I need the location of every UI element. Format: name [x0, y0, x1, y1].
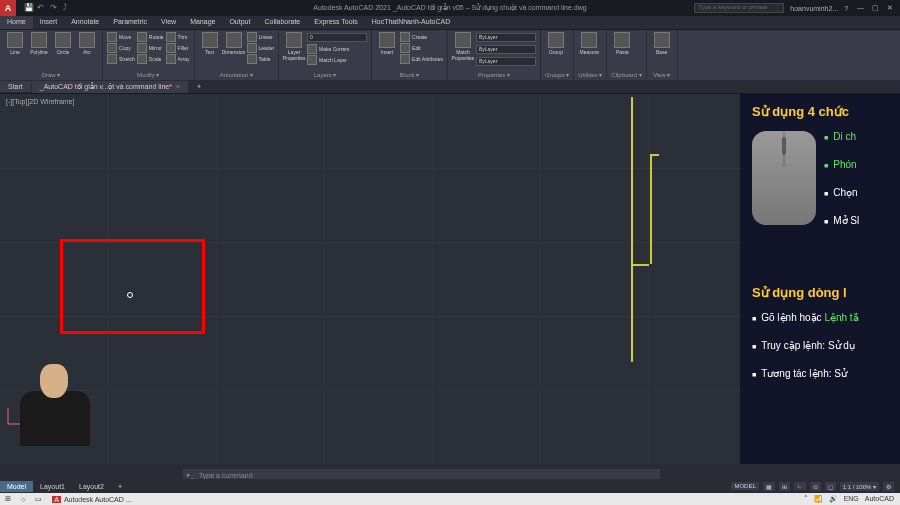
tab-custom[interactable]: HocThatNhanh-AutoCAD	[365, 16, 458, 29]
layout-tab-1[interactable]: Layout1	[33, 481, 72, 492]
doc-tab-start[interactable]: Start	[0, 81, 31, 92]
panel-label[interactable]: View ▾	[651, 70, 673, 78]
tool-line[interactable]: Line	[4, 32, 26, 55]
qat-undo-icon[interactable]: ↶	[37, 3, 47, 13]
app-logo-icon[interactable]: A	[0, 0, 16, 16]
tool-dimension[interactable]: Dimension	[223, 32, 245, 55]
layout-tab-add[interactable]: +	[111, 481, 129, 492]
tool-fillet[interactable]: Fillet	[166, 43, 189, 53]
tool-match-layer[interactable]: Match Layer	[307, 55, 347, 65]
qat-save-icon[interactable]: 💾	[24, 3, 34, 13]
panel-label[interactable]: Draw ▾	[4, 70, 98, 78]
tab-view[interactable]: View	[154, 16, 183, 29]
linetype-combo[interactable]: ByLayer	[476, 57, 536, 66]
command-input[interactable]: Type a command	[199, 472, 253, 479]
panel-label[interactable]: Layers ▾	[283, 70, 367, 78]
tool-table[interactable]: Table	[247, 54, 271, 64]
tool-arc[interactable]: Arc	[76, 32, 98, 55]
start-button[interactable]: ⊞	[0, 495, 16, 503]
tab-output[interactable]: Output	[222, 16, 257, 29]
tray-lang[interactable]: ENG	[844, 495, 859, 503]
viewport-label[interactable]: [-][Top][2D Wireframe]	[6, 98, 74, 105]
tool-text[interactable]: Text	[199, 32, 221, 55]
slide-bullet: Chọn	[824, 187, 894, 201]
panel-label[interactable]: Clipboard ▾	[611, 70, 641, 78]
drawing-canvas[interactable]: [-][Top][2D Wireframe] Sử dụng 4 chức Di…	[0, 94, 900, 464]
tool-edit-block[interactable]: Edit	[400, 43, 421, 53]
help-icon[interactable]: ?	[844, 5, 848, 12]
doc-tab-current[interactable]: _AutoCAD tối giản v...ột và command line…	[32, 81, 188, 93]
panel-label[interactable]: Properties ▾	[452, 70, 536, 78]
panel-label[interactable]: Utilities ▾	[578, 70, 602, 78]
lineweight-combo[interactable]: ByLayer	[476, 45, 536, 54]
panel-draw: Line Polyline Circle Arc Draw ▾	[0, 30, 103, 80]
tool-polyline[interactable]: Polyline	[28, 32, 50, 55]
tool-scale[interactable]: Scale	[137, 54, 162, 64]
tool-match-props[interactable]: Match Properties	[452, 32, 474, 61]
tab-annotate[interactable]: Annotate	[64, 16, 106, 29]
panel-label[interactable]: Annotation ▾	[199, 70, 275, 78]
tool-create-block[interactable]: Create	[400, 32, 427, 42]
command-prompt-icon: ▸_	[187, 471, 195, 479]
tray-network-icon[interactable]: 📶	[814, 495, 823, 503]
close-tab-icon[interactable]: ×	[176, 83, 180, 90]
tool-base[interactable]: Base	[651, 32, 673, 55]
tab-home[interactable]: Home	[0, 16, 33, 29]
taskbar-app[interactable]: AAutodesk AutoCAD ...	[47, 496, 136, 503]
tab-express[interactable]: Express Tools	[307, 16, 364, 29]
panel-label[interactable]: Groups ▾	[545, 70, 569, 78]
tool-trim[interactable]: Trim	[166, 32, 188, 42]
tool-circle[interactable]: Circle	[52, 32, 74, 55]
tool-group[interactable]: Group	[545, 32, 567, 55]
layer-combo[interactable]: 0	[307, 33, 367, 42]
slide-bullet: Phón	[824, 159, 894, 173]
layout-tab-model[interactable]: Model	[0, 481, 33, 492]
document-tabs: Start _AutoCAD tối giản v...ột và comman…	[0, 80, 900, 94]
cortana-icon[interactable]: ○	[16, 496, 30, 503]
tool-copy[interactable]: Copy	[107, 43, 131, 53]
tool-array[interactable]: Array	[166, 54, 190, 64]
panel-block: Insert Create Edit Edit Attributes Block…	[372, 30, 448, 80]
tool-rotate[interactable]: Rotate	[137, 32, 164, 42]
tool-edit-attrib[interactable]: Edit Attributes	[400, 54, 443, 64]
tab-insert[interactable]: Insert	[33, 16, 65, 29]
panel-label[interactable]: Block ▾	[376, 70, 443, 78]
tool-mirror[interactable]: Mirror	[137, 43, 162, 53]
qat-redo-icon[interactable]: ↷	[50, 3, 60, 13]
color-combo[interactable]: ByLayer	[476, 33, 536, 42]
tool-paste[interactable]: Paste	[611, 32, 633, 55]
tool-leader[interactable]: Leader	[247, 43, 275, 53]
maximize-icon[interactable]: ▢	[869, 4, 882, 11]
new-tab-button[interactable]: +	[189, 81, 209, 92]
panel-utilities: Measure Utilities ▾	[574, 30, 607, 80]
presenter-video	[10, 346, 100, 446]
tray-volume-icon[interactable]: 🔊	[829, 495, 838, 503]
user-menu[interactable]: hoanvuminh2...	[790, 5, 838, 12]
tab-manage[interactable]: Manage	[183, 16, 222, 29]
tray-chevron-icon[interactable]: ˄	[804, 495, 808, 503]
tool-insert-block[interactable]: Insert	[376, 32, 398, 55]
slide-bullet: Di ch	[824, 131, 894, 145]
slide-overlay: Sử dụng 4 chức Di ch Phón Chọn Mở Sl Sử …	[740, 94, 900, 464]
tab-parametric[interactable]: Parametric	[106, 16, 154, 29]
tool-measure[interactable]: Measure	[578, 32, 600, 55]
qat-share-icon[interactable]: ⤴	[63, 3, 73, 13]
slide-heading-1: Sử dụng 4 chức	[752, 104, 900, 119]
mouse-illustration-icon	[752, 131, 816, 225]
tool-make-current[interactable]: Make Current	[307, 44, 349, 54]
tool-move[interactable]: Move	[107, 32, 131, 42]
tool-stretch[interactable]: Stretch	[107, 54, 135, 64]
tool-layer-props[interactable]: Layer Properties	[283, 32, 305, 61]
search-input[interactable]: Type a keyword or phrase	[694, 3, 784, 13]
panel-label[interactable]: Modify ▾	[107, 70, 190, 78]
slide-bullet: Truy cập lệnh: Sử dụ	[752, 340, 900, 354]
drawing-line	[631, 97, 633, 362]
tool-linear[interactable]: Linear	[247, 32, 273, 42]
layout-tab-2[interactable]: Layout2	[72, 481, 111, 492]
tab-collaborate[interactable]: Collaborate	[257, 16, 307, 29]
layout-tabs: Model Layout1 Layout2 +	[0, 479, 900, 493]
taskview-icon[interactable]: ▭	[30, 495, 47, 503]
close-icon[interactable]: ✕	[884, 4, 896, 11]
tray-brand: AutoCAD	[865, 495, 894, 503]
minimize-icon[interactable]: —	[854, 4, 867, 11]
